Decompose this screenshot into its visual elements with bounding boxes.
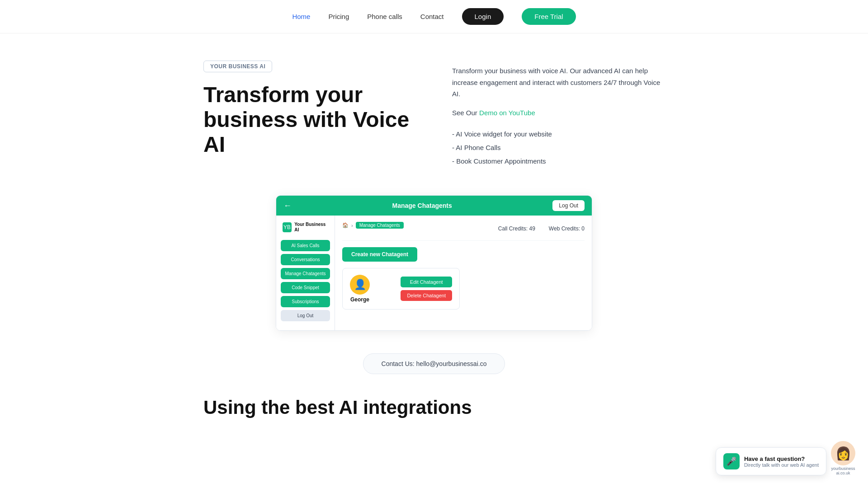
app-topbar-title: Manage Chatagents [392,202,452,209]
sidebar-subscriptions[interactable]: Subscriptions [281,296,330,307]
hero-right: Transform your business with voice AI. O… [452,61,665,168]
call-credits: Call Credits: 49 [498,225,535,232]
nav-home[interactable]: Home [292,13,310,20]
edit-chatagent-button[interactable]: Edit Chatagent [401,277,452,287]
sidebar-logout[interactable]: Log Out [281,310,330,321]
app-logout-button[interactable]: Log Out [552,200,585,211]
app-topbar: ← Manage Chatagents Log Out [276,196,592,216]
sidebar-code-snippet[interactable]: Code Snippet [281,282,330,293]
nav-contact[interactable]: Contact [420,13,444,20]
delete-chatagent-button[interactable]: Delete Chatagent [401,290,452,301]
app-sidebar: YB Your Business AI AI Sales Calls Conve… [276,216,335,330]
section-title: Using the best AI integrations [203,397,665,418]
agent-left: 👤 George [350,275,370,303]
app-breadcrumb-row: 🏠 › Manage Chatagents Call Credits: 49 W… [342,222,585,241]
free-trial-button[interactable]: Free Trial [522,8,576,25]
contact-bar: Contact Us: hello@yourbusinessai.co [0,353,868,374]
nav-pricing[interactable]: Pricing [328,13,349,20]
sidebar-manage-chatagents[interactable]: Manage Chatagents [281,268,330,279]
mockup-wrapper: ← Manage Chatagents Log Out YB Your Busi… [185,195,683,331]
sidebar-ai-sales[interactable]: AI Sales Calls [281,240,330,251]
app-body: YB Your Business AI AI Sales Calls Conve… [276,216,592,330]
hero-see-our: See Our Demo on YouTube [452,107,665,119]
web-credits: Web Credits: 0 [549,225,585,232]
app-brand: YB Your Business AI [281,222,330,233]
hero-title: Transform your business with Voice AI [203,82,416,157]
login-button[interactable]: Login [462,8,504,25]
contact-pill: Contact Us: hello@yourbusinessai.co [363,353,505,374]
chatagent-card: 👤 George Edit Chatagent Delete Chatagent [342,268,460,310]
hero-badge: YOUR BUSINESS AI [203,61,272,72]
hero-section: YOUR BUSINESS AI Transform your business… [185,61,683,168]
feature-1: - AI Voice widget for your website [452,127,665,141]
hero-left: YOUR BUSINESS AI Transform your business… [203,61,416,157]
feature-2: - AI Phone Calls [452,141,665,155]
breadcrumb-current: Manage Chatagents [356,222,404,229]
hero-description: Transform your business with voice AI. O… [452,65,665,100]
create-chatagent-button[interactable]: Create new Chatagent [342,247,417,262]
app-mockup: ← Manage Chatagents Log Out YB Your Busi… [276,195,592,331]
nav-phone-calls[interactable]: Phone calls [367,13,402,20]
navbar: Home Pricing Phone calls Contact Login F… [0,0,868,33]
hero-features: - AI Voice widget for your website - AI … [452,127,665,168]
app-credits: Call Credits: 49 Web Credits: 0 [498,225,585,232]
agent-avatar: 👤 [350,275,370,295]
hero-demo-link[interactable]: Demo on YouTube [479,109,535,117]
app-breadcrumb: 🏠 › Manage Chatagents [342,222,404,229]
breadcrumb-home-icon: 🏠 [342,222,349,228]
sidebar-conversations[interactable]: Conversations [281,254,330,265]
agent-name: George [350,296,369,303]
app-main: 🏠 › Manage Chatagents Call Credits: 49 W… [335,216,592,330]
breadcrumb-sep: › [351,223,353,228]
feature-3: - Book Customer Appointments [452,155,665,168]
section-title-wrapper: Using the best AI integrations [185,397,683,418]
agent-actions: Edit Chatagent Delete Chatagent [401,277,452,301]
app-brand-icon: YB [283,222,292,232]
app-brand-name: Your Business AI [294,222,328,233]
app-back-button[interactable]: ← [283,201,292,211]
